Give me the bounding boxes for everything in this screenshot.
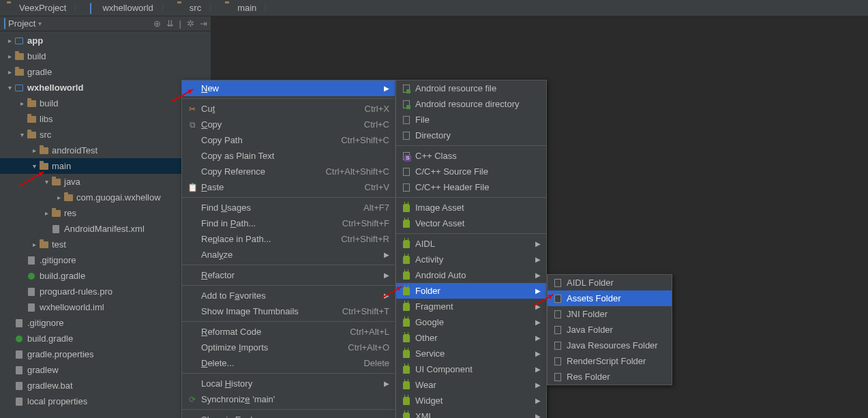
expand-arrow-icon[interactable]: ▸ [30,241,38,248]
menu-item[interactable]: Vector Asset [396,215,546,231]
menu-item[interactable]: Android resource file [396,80,546,96]
tree-node[interactable]: .gitignore [0,315,211,331]
expand-arrow-icon[interactable]: ▸ [30,147,38,154]
expand-arrow-icon[interactable]: ▸ [5,53,14,60]
collapse-all-icon[interactable]: ⇊ [166,18,174,29]
menu-item[interactable]: Java Resources Folder [548,338,672,353]
tree-node[interactable]: gradle.properties [0,346,211,362]
menu-item[interactable]: Activity▶ [396,252,546,267]
tree-node[interactable]: ▸test [0,237,211,252]
expand-arrow-icon[interactable]: ▾ [5,84,14,91]
menu-item[interactable]: UI Component▶ [396,361,546,377]
menu-item[interactable]: Optimize ImportsCtrl+Alt+O [182,340,395,355]
expand-arrow-icon[interactable]: ▸ [55,194,63,201]
tree-node[interactable]: ▸app [0,33,211,48]
menu-item[interactable]: Find in Path...Ctrl+Shift+F [182,215,395,231]
tree-node[interactable]: AndroidManifest.xml [0,221,211,237]
tree-node[interactable]: gradlew [0,362,211,378]
tree-node[interactable]: wxhelloworld.iml [0,299,211,315]
breadcrumb-item[interactable]: wxhelloworld [86,2,173,14]
menu-item[interactable]: Analyze▶ [182,247,395,263]
tree-node[interactable]: ▸androidTest [0,143,211,158]
menu-item[interactable]: Wear▶ [396,377,546,393]
menu-item[interactable]: Directory [396,128,546,143]
menu-shortcut: Delete [363,358,389,368]
breadcrumb-item[interactable]: VeexProject [3,2,86,14]
tree-node[interactable]: gradlew.bat [0,378,211,393]
menu-item[interactable]: Widget▶ [396,393,546,408]
tree-node[interactable]: build.gradle [0,331,211,346]
gear-icon[interactable]: ✲ [187,18,194,29]
menu-item[interactable]: Other▶ [396,330,546,346]
menu-shortcut: Ctrl+X [365,104,389,114]
menu-item[interactable]: Show Image ThumbnailsCtrl+Shift+T [182,303,395,319]
menu-item[interactable]: Image Asset [396,200,546,215]
tree-node[interactable]: build.gradle [0,268,211,284]
expand-arrow-icon[interactable]: ▸ [42,209,50,217]
menu-item[interactable]: RenderScript Folder [548,353,672,369]
menu-item[interactable]: Copy as Plain Text [182,148,395,164]
menu-item[interactable]: AIDL▶ [396,236,546,252]
tree-node[interactable]: ▸gradle [0,64,211,80]
tree-node[interactable]: ▸res [0,205,211,221]
menu-item[interactable]: Service▶ [396,346,546,361]
menu-item[interactable]: Show in Explorer [182,412,395,418]
new-submenu[interactable]: Android resource fileAndroid resource di… [395,80,547,418]
menu-item[interactable]: Delete...Delete [182,355,395,371]
tree-node[interactable]: ▾java [0,174,211,190]
tree-node[interactable]: local properties [0,393,211,409]
menu-item[interactable]: Refactor▶ [182,267,395,283]
expand-arrow-icon[interactable]: ▸ [5,37,14,44]
menu-item[interactable]: Folder▶ [396,283,546,299]
menu-item[interactable]: ⧉CopyCtrl+C [182,117,395,132]
menu-item[interactable]: ⟳Synchronize 'main' [182,391,395,407]
scroll-from-source-icon[interactable]: ⊕ [153,18,161,29]
menu-item[interactable]: Reformat CodeCtrl+Alt+L [182,324,395,340]
menu-item[interactable]: Copy PathCtrl+Shift+C [182,132,395,148]
menu-item[interactable]: File [396,112,546,128]
project-tree[interactable]: ▸app▸build▸gradle▾wxhelloworld▸buildlibs… [0,31,211,409]
tree-node[interactable]: proguard-rules.pro [0,284,211,299]
menu-item[interactable]: XML▶ [396,408,546,418]
menu-item[interactable]: Find UsagesAlt+F7 [182,200,395,215]
context-menu[interactable]: New▶✂CutCtrl+X⧉CopyCtrl+CCopy PathCtrl+S… [181,80,395,418]
menu-item[interactable]: Copy ReferenceCtrl+Alt+Shift+C [182,164,395,179]
dropdown-caret-icon[interactable]: ▾ [38,20,42,27]
menu-item[interactable]: Replace in Path...Ctrl+Shift+R [182,231,395,247]
expand-arrow-icon[interactable]: ▸ [18,100,26,107]
menu-item[interactable]: Android resource directory [396,96,546,112]
expand-arrow-icon[interactable]: ▸ [5,68,14,76]
menu-item[interactable]: Fragment▶ [396,299,546,314]
tree-node[interactable]: ▾src [0,127,211,143]
menu-item[interactable]: 📋PasteCtrl+V [182,179,395,195]
tree-node[interactable]: ▸com.guogai.wxhellow [0,190,211,205]
menu-item[interactable]: ✂CutCtrl+X [182,101,395,117]
menu-item[interactable]: C/C++ Source File [396,164,546,179]
menu-item[interactable]: Res Folder [548,369,672,385]
menu-item-label: Service [415,348,523,359]
expand-arrow-icon[interactable]: ▾ [42,178,50,185]
menu-item[interactable]: Add to Favorites▶ [182,288,395,303]
folder-submenu[interactable]: AIDL FolderAssets FolderJNI FolderJava F… [547,274,672,385]
menu-item[interactable]: Android Auto▶ [396,267,546,283]
tree-node[interactable]: .gitignore [0,252,211,268]
tree-node[interactable]: ▾wxhelloworld [0,80,211,95]
expand-arrow-icon[interactable]: ▾ [30,162,38,170]
project-tool-header[interactable]: Project ▾ ⊕ ⇊ | ✲ ⇥ [0,16,211,31]
menu-item[interactable]: Local History▶ [182,376,395,391]
tree-node[interactable]: ▸build [0,48,211,64]
menu-item[interactable]: New▶ [182,80,395,96]
menu-item[interactable]: JNI Folder [548,306,672,322]
expand-arrow-icon[interactable]: ▾ [18,131,26,138]
hide-icon[interactable]: ⇥ [200,18,207,29]
menu-item[interactable]: AIDL Folder [548,275,672,290]
menu-item[interactable]: Google▶ [396,314,546,330]
menu-item[interactable]: C/C++ Header File [396,179,546,195]
breadcrumb-item[interactable]: main [221,2,276,14]
breadcrumb-item[interactable]: src [173,2,221,14]
tree-node[interactable]: ▾main [0,158,211,174]
menu-item[interactable]: C++ Class [396,148,546,164]
menu-item[interactable]: Assets Folder [548,290,672,306]
tree-node[interactable]: libs [0,111,211,127]
menu-item[interactable]: Java Folder [548,322,672,338]
